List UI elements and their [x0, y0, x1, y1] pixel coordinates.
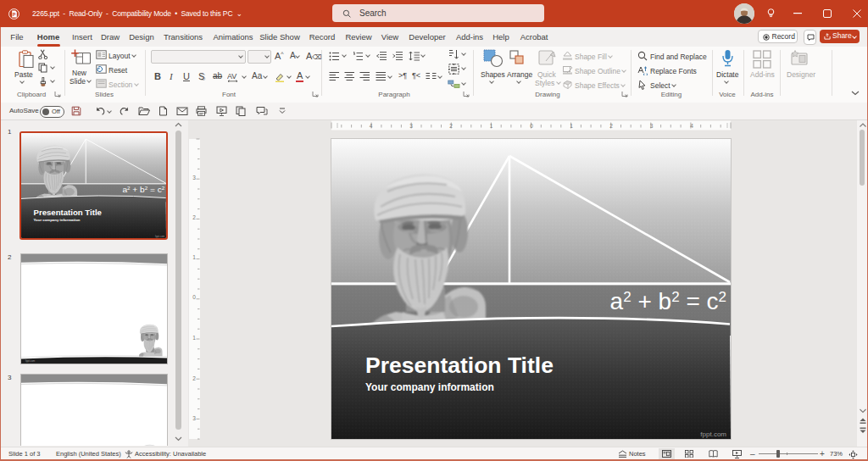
svg-text:AV: AV — [227, 72, 236, 81]
svg-text:4: 4 — [690, 123, 693, 129]
svg-text:2: 2 — [609, 123, 613, 129]
svg-text:4: 4 — [370, 123, 373, 129]
svg-text:1: 1 — [192, 254, 196, 260]
svg-text:P: P — [13, 12, 16, 17]
svg-text:1: 1 — [192, 335, 196, 341]
svg-text:3: 3 — [409, 123, 413, 129]
svg-text:1: 1 — [570, 123, 573, 129]
svg-text:0: 0 — [530, 123, 533, 129]
svg-text:2: 2 — [192, 375, 196, 381]
svg-text:3: 3 — [192, 415, 196, 421]
svg-text:3: 3 — [650, 123, 654, 129]
svg-text:0: 0 — [192, 294, 196, 300]
svg-text:3: 3 — [192, 175, 196, 181]
svg-text:2: 2 — [192, 214, 196, 220]
svg-text:2: 2 — [449, 123, 453, 129]
svg-text:1: 1 — [490, 123, 493, 129]
